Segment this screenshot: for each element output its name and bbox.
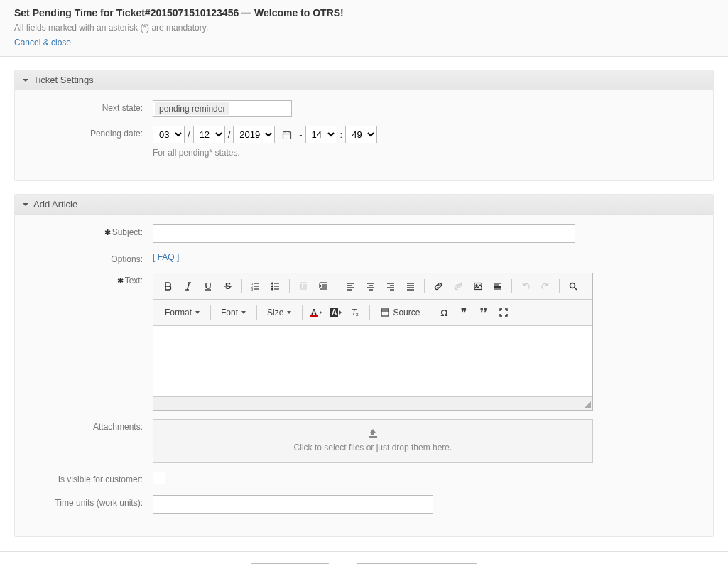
pending-day-select[interactable]: 12: [193, 126, 225, 143]
source-button[interactable]: Source: [374, 306, 425, 319]
ticket-settings-header[interactable]: Ticket Settings: [15, 70, 713, 90]
pending-help-text: For all pending* states.: [153, 148, 703, 158]
faq-link[interactable]: [ FAQ ]: [153, 252, 179, 262]
page-title: Set Pending Time for Ticket#201507151012…: [14, 7, 714, 18]
remove-format-icon[interactable]: Tx: [347, 304, 365, 321]
format-combo[interactable]: Format: [159, 306, 206, 319]
horizontal-rule-icon[interactable]: [489, 278, 507, 295]
svg-line-54: [575, 288, 577, 290]
quote-close-icon[interactable]: ❜❜: [474, 304, 493, 321]
indent-icon[interactable]: [314, 278, 332, 295]
mandatory-note: All fields marked with an asterisk (*) a…: [14, 23, 714, 33]
editor-resize-handle[interactable]: [153, 397, 592, 410]
special-char-icon[interactable]: Ω: [435, 304, 453, 321]
maximize-icon[interactable]: [494, 304, 513, 321]
svg-rect-47: [474, 283, 482, 290]
attachments-label: Attachments:: [25, 419, 153, 432]
svg-rect-0: [283, 131, 291, 139]
svg-point-18: [272, 288, 273, 290]
svg-text:A: A: [311, 308, 317, 316]
caret-down-icon: [22, 201, 29, 208]
svg-text:x: x: [356, 312, 359, 317]
upload-icon: [153, 428, 592, 440]
subject-input[interactable]: [153, 224, 575, 243]
add-article-section: Add Article ✱Subject: Options: [ FAQ ] ✱…: [14, 194, 714, 537]
svg-text:A: A: [332, 308, 337, 316]
link-icon[interactable]: [429, 278, 447, 295]
add-article-header[interactable]: Add Article: [15, 195, 713, 215]
size-combo[interactable]: Size: [261, 306, 298, 319]
date-sep-2: /: [228, 129, 231, 140]
ticket-settings-title: Ticket Settings: [33, 75, 94, 85]
options-label: Options:: [25, 251, 153, 264]
quote-open-icon[interactable]: ❞: [455, 304, 473, 321]
outdent-icon[interactable]: [294, 278, 313, 295]
font-combo[interactable]: Font: [215, 306, 252, 319]
pending-hour-select[interactable]: 14: [305, 126, 337, 143]
align-justify-icon[interactable]: [401, 278, 420, 295]
strikethrough-icon[interactable]: S: [219, 278, 237, 295]
next-state-label: Next state:: [25, 100, 153, 113]
svg-rect-56: [310, 315, 318, 317]
subject-label: Subject:: [112, 227, 143, 237]
required-star-icon: ✱: [117, 276, 124, 285]
image-icon[interactable]: [469, 278, 487, 295]
align-left-icon[interactable]: [342, 278, 360, 295]
rich-text-editor: S 123: [153, 273, 593, 411]
unordered-list-icon[interactable]: [266, 278, 285, 295]
unlink-icon[interactable]: [449, 278, 467, 295]
next-state-select[interactable]: pending reminder: [153, 100, 292, 117]
svg-line-6: [188, 283, 190, 290]
align-center-icon[interactable]: [362, 278, 380, 295]
time-colon: :: [340, 129, 343, 140]
svg-point-53: [570, 283, 575, 288]
editor-textarea[interactable]: [153, 326, 592, 397]
pending-year-select[interactable]: 2019: [233, 126, 275, 143]
required-star-icon: ✱: [104, 228, 111, 237]
footer-actions: Submit or Save as new draft: [0, 551, 728, 564]
svg-rect-61: [381, 309, 389, 316]
pending-month-select[interactable]: 03: [153, 126, 185, 143]
bold-icon[interactable]: [159, 278, 178, 295]
add-article-title: Add Article: [33, 199, 77, 210]
attachment-help-text: Click to select files or just drop them …: [153, 443, 592, 452]
pending-minute-select[interactable]: 49: [345, 126, 377, 143]
visible-customer-label: Is visible for customer:: [25, 472, 153, 484]
italic-icon[interactable]: [179, 278, 197, 295]
cancel-close-link[interactable]: Cancel & close: [14, 38, 71, 48]
date-sep-1: /: [188, 129, 190, 140]
date-dash: -: [299, 129, 302, 140]
svg-rect-63: [369, 436, 377, 438]
ordered-list-icon[interactable]: 123: [246, 278, 265, 295]
time-units-input[interactable]: [153, 495, 433, 514]
find-icon[interactable]: [564, 278, 582, 295]
text-color-icon[interactable]: A: [307, 304, 325, 321]
svg-point-16: [272, 283, 273, 284]
attachment-dropzone[interactable]: Click to select files or just drop them …: [153, 419, 593, 463]
time-units-label: Time units (work units):: [25, 495, 153, 508]
underline-icon[interactable]: [199, 278, 217, 295]
align-right-icon[interactable]: [381, 278, 400, 295]
ticket-settings-section: Ticket Settings Next state: pending remi…: [14, 70, 714, 181]
calendar-icon[interactable]: [278, 126, 296, 143]
svg-point-17: [272, 286, 273, 287]
pending-date-label: Pending date:: [25, 126, 153, 139]
bg-color-icon[interactable]: A: [327, 304, 345, 321]
visible-customer-checkbox[interactable]: [153, 472, 165, 484]
caret-down-icon: [22, 77, 29, 84]
svg-text:3: 3: [251, 288, 254, 291]
undo-icon[interactable]: [516, 278, 535, 295]
redo-icon[interactable]: [536, 278, 555, 295]
text-label: Text:: [125, 276, 143, 286]
next-state-chip: pending reminder: [155, 102, 229, 115]
